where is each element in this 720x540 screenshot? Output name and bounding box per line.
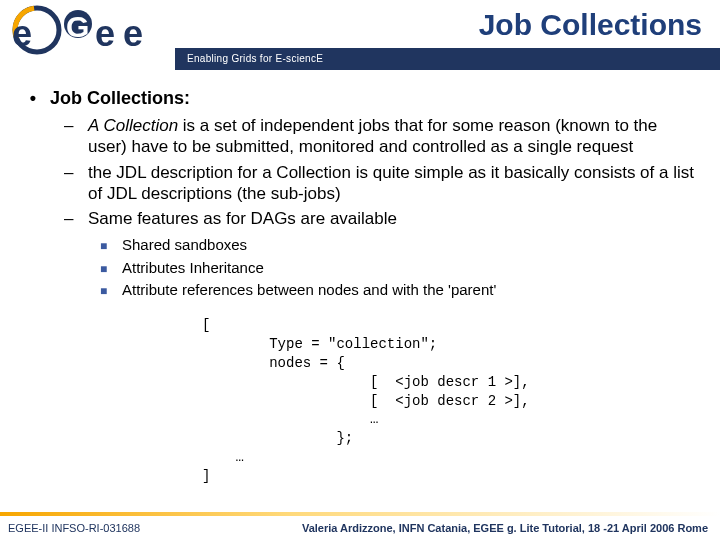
emphasis: A Collection <box>88 116 178 135</box>
dash-icon: – <box>64 208 78 229</box>
footer-accent-bar <box>0 512 720 516</box>
bullet-icon: • <box>28 88 38 109</box>
list-item: ■ Shared sandboxes <box>100 235 698 255</box>
square-bullet-icon: ■ <box>100 238 112 255</box>
list-item-text: Attributes Inheritance <box>122 258 264 278</box>
footer: EGEE-II INFSO-RI-031688 Valeria Ardizzon… <box>0 512 720 540</box>
list-item-text: Same features as for DAGs are available <box>88 208 397 229</box>
list-item: – Same features as for DAGs are availabl… <box>64 208 698 229</box>
square-bullet-icon: ■ <box>100 283 112 300</box>
square-bullet-icon: ■ <box>100 261 112 278</box>
logo-letter-e1: e <box>12 13 32 54</box>
slide-title: Job Collections <box>479 8 702 42</box>
list-item: ■ Attribute references between nodes and… <box>100 280 698 300</box>
footer-right-text: Valeria Ardizzone, INFN Catania, EGEE g.… <box>302 522 708 534</box>
list-item-text: Attribute references between nodes and w… <box>122 280 496 300</box>
header: e G e e Job Collections Enabling Grids f… <box>0 0 720 73</box>
logo-letter-e3: e <box>123 13 143 54</box>
list-item: ■ Attributes Inheritance <box>100 258 698 278</box>
egee-logo: e G e e <box>10 4 170 62</box>
footer-left-text: EGEE-II INFSO-RI-031688 <box>8 522 140 534</box>
heading-level1: • Job Collections: <box>28 88 698 109</box>
tagline-band: Enabling Grids for E-sciencE <box>175 48 720 70</box>
list-item-text: Shared sandboxes <box>122 235 247 255</box>
list-item: – the JDL description for a Collection i… <box>64 162 698 205</box>
dash-icon: – <box>64 162 78 205</box>
logo-letter-g: G <box>66 10 89 43</box>
level2-list: – A Collection is a set of independent j… <box>64 115 698 229</box>
body-content: • Job Collections: – A Collection is a s… <box>22 88 698 506</box>
logo-letter-e2: e <box>95 13 115 54</box>
list-item-text: the JDL description for a Collection is … <box>88 162 698 205</box>
slide: e G e e Job Collections Enabling Grids f… <box>0 0 720 540</box>
list-item-text: A Collection is a set of independent job… <box>88 115 698 158</box>
level3-list: ■ Shared sandboxes ■ Attributes Inherita… <box>100 235 698 300</box>
jdl-code-snippet: [ Type = "collection"; nodes = { [ <job … <box>202 316 698 486</box>
list-item: – A Collection is a set of independent j… <box>64 115 698 158</box>
heading-text: Job Collections: <box>50 88 190 109</box>
dash-icon: – <box>64 115 78 158</box>
